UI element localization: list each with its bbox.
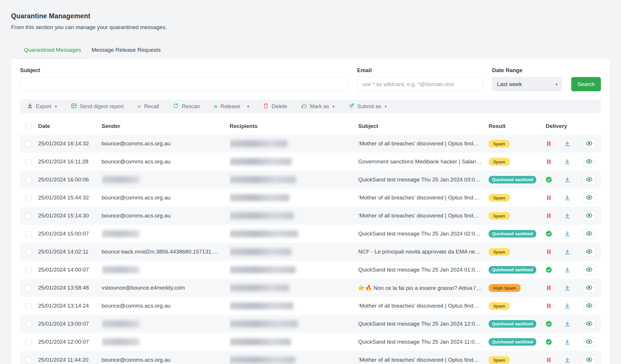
mark-as-button[interactable]: Mark as ▾ (301, 103, 335, 110)
view-message-button[interactable] (583, 211, 596, 221)
row-sender: bounce@comms.acs.org.au (102, 303, 171, 309)
download-message-icon[interactable] (564, 357, 570, 363)
result-badge: Spam (489, 140, 510, 148)
row-checkbox[interactable] (26, 141, 32, 147)
column-header-recipients: Recipients (230, 119, 358, 135)
delivery-cell (546, 337, 601, 347)
eye-icon (586, 321, 592, 327)
refresh-icon (173, 103, 179, 110)
download-message-icon[interactable] (564, 213, 570, 219)
view-message-button[interactable] (583, 319, 596, 329)
select-all-checkbox[interactable] (26, 123, 32, 129)
row-recipients (230, 195, 289, 201)
row-date: 25/01/2024 14:00:07 (38, 267, 89, 273)
row-date: 25/01/2024 15:00:07 (38, 231, 89, 237)
table-row: 25/01/2024 16:14:32 bounce@comms.acs.org… (20, 135, 601, 153)
subject-input[interactable] (20, 77, 348, 91)
email-label: Email (357, 67, 483, 74)
search-button[interactable]: Search (571, 77, 601, 91)
tab-message-release-requests[interactable]: Message Release Requests (86, 43, 166, 58)
delivery-cell (546, 211, 601, 221)
view-message-button[interactable] (583, 247, 596, 257)
table-row: 25/01/2024 15:14:30 bounce@comms.acs.org… (20, 207, 601, 225)
row-sender (102, 339, 139, 345)
row-sender: bounce@comms.acs.org.au (102, 140, 171, 147)
delivery-cell (546, 355, 601, 364)
email-input[interactable] (357, 77, 483, 91)
download-message-icon[interactable] (564, 159, 570, 165)
view-message-button[interactable] (583, 193, 596, 203)
delivery-cell (546, 157, 601, 167)
delivery-blocked-icon (546, 357, 552, 363)
row-sender: bounce@comms.acs.org.au (102, 158, 171, 165)
submit-as-button[interactable]: Submit as ▾ (349, 103, 387, 110)
view-message-button[interactable] (583, 355, 596, 364)
eye-icon (586, 177, 592, 183)
delete-button[interactable]: Delete (263, 103, 287, 110)
eye-icon (586, 285, 592, 291)
double-chevron-right-icon: » (214, 103, 217, 110)
delivery-cell (546, 247, 601, 257)
chevron-down-icon[interactable]: ▾ (247, 104, 249, 108)
table-row: 25/01/2024 15:00:07 QuickSand test messa… (20, 225, 601, 243)
eye-icon (586, 231, 592, 237)
delivery-cell (546, 319, 601, 329)
download-message-icon[interactable] (564, 321, 570, 327)
view-message-button[interactable] (583, 175, 596, 185)
download-message-icon[interactable] (564, 267, 570, 273)
row-checkbox[interactable] (26, 231, 32, 237)
download-message-icon[interactable] (564, 249, 570, 255)
send-digest-report-button[interactable]: Send digest report (71, 103, 124, 110)
date-range-select[interactable]: Last week ▾ (492, 77, 562, 91)
subject-label: Subject (20, 67, 348, 74)
row-date: 25/01/2024 15:44:32 (38, 195, 89, 201)
export-button[interactable]: Export ▾ (27, 103, 57, 110)
download-message-icon[interactable] (564, 141, 570, 147)
view-message-button[interactable] (583, 337, 596, 347)
delivery-blocked-icon (546, 159, 552, 165)
view-message-button[interactable] (583, 265, 596, 275)
action-toolbar: Export ▾ Send digest report « Recall Res… (20, 100, 601, 113)
recall-button[interactable]: « Recall (138, 103, 159, 110)
tab-quarantined-messages[interactable]: Quarantined Messages (19, 43, 86, 58)
page-subtitle: From this section you can manage your qu… (11, 24, 610, 31)
trash-icon (263, 103, 269, 110)
row-subject: QuickSand test message Thu 25 Jan 2024 1… (358, 339, 480, 345)
result-badge: High Spam (489, 284, 521, 292)
delivery-cell (546, 283, 601, 293)
delivery-cell (546, 175, 601, 185)
row-checkbox[interactable] (26, 303, 32, 309)
download-message-icon[interactable] (564, 285, 570, 291)
row-checkbox[interactable] (26, 249, 32, 255)
view-message-button[interactable] (583, 283, 596, 293)
download-message-icon[interactable] (564, 231, 570, 237)
view-message-button[interactable] (583, 229, 596, 239)
delivery-blocked-icon (546, 249, 552, 255)
eye-icon (586, 339, 592, 345)
download-message-icon[interactable] (564, 303, 570, 309)
row-recipients (230, 267, 296, 273)
release-button[interactable]: » Release ▾ (214, 103, 249, 110)
row-subject: ‘Mother of all breaches’ discovered | Op… (358, 213, 479, 219)
row-checkbox[interactable] (26, 159, 32, 165)
row-checkbox[interactable] (26, 339, 32, 345)
row-checkbox[interactable] (26, 213, 32, 219)
row-subject: QuickSand test message Thu 25 Jan 2024 0… (358, 267, 480, 273)
row-checkbox[interactable] (26, 267, 32, 273)
row-checkbox[interactable] (26, 195, 32, 201)
view-message-button[interactable] (583, 139, 596, 149)
paper-plane-icon (349, 103, 354, 110)
row-checkbox[interactable] (26, 285, 32, 291)
table-row: 25/01/2024 13:14:24 bounce@comms.acs.org… (20, 297, 601, 315)
view-message-button[interactable] (583, 301, 596, 311)
date-range-label: Date Range (492, 67, 562, 74)
view-message-button[interactable] (583, 157, 596, 167)
download-message-icon[interactable] (564, 339, 570, 345)
delivery-delivered-icon (546, 231, 552, 237)
row-checkbox[interactable] (26, 321, 32, 327)
download-message-icon[interactable] (564, 195, 570, 201)
download-message-icon[interactable] (564, 177, 570, 183)
rescan-button[interactable]: Rescan (173, 103, 200, 110)
row-checkbox[interactable] (26, 177, 32, 183)
row-checkbox[interactable] (26, 357, 32, 363)
